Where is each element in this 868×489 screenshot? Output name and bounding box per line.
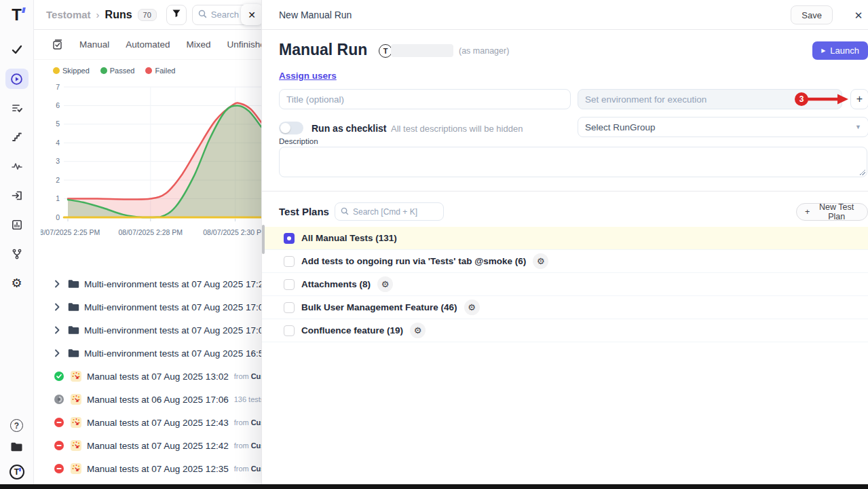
breadcrumb-separator: › xyxy=(96,9,100,20)
test-plan-row[interactable]: Add tests to ongoing run via 'Tests' tab… xyxy=(262,250,868,273)
save-button[interactable]: Save xyxy=(791,5,833,24)
panel-title: New Manual Run xyxy=(279,10,352,20)
run-list-item[interactable]: Manual tests at 06 Aug 2025 17:06 136 te… xyxy=(41,388,261,411)
run-list-item[interactable]: Multi-environment tests at 07 Aug 2025 1… xyxy=(41,295,261,319)
chevron-right-icon[interactable] xyxy=(54,349,65,357)
close-icon: ✕ xyxy=(248,10,256,20)
tab-manual[interactable]: Manual xyxy=(79,39,109,50)
sidebar-item-import[interactable] xyxy=(5,185,29,206)
chevron-right-icon[interactable] xyxy=(54,303,65,311)
run-list-item[interactable]: Multi-environment tests at 07 Aug 2025 1… xyxy=(41,342,261,365)
svg-text:3: 3 xyxy=(56,157,60,165)
launch-button[interactable]: ▶ Launch xyxy=(812,41,868,60)
sidebar-item-branches[interactable] xyxy=(5,244,29,264)
x-tick-label: 08/07/2025 2:25 PM xyxy=(41,228,109,236)
failed-status-icon[interactable] xyxy=(54,464,64,473)
tab-mixed[interactable]: Mixed xyxy=(187,39,211,50)
sidebar-item-test-plans[interactable] xyxy=(5,98,29,118)
failed-status-icon[interactable] xyxy=(54,441,64,450)
sidebar-item-analytics[interactable] xyxy=(5,215,29,235)
batch-select-icon[interactable] xyxy=(52,39,63,50)
funnel-icon xyxy=(172,9,181,20)
test-plan-row[interactable]: All Manual Tests (131) xyxy=(262,227,868,250)
run-list-item[interactable]: Manual tests at 07 Aug 2025 13:02 fromCu… xyxy=(41,365,261,388)
sidebar-item-milestones[interactable] xyxy=(5,127,29,147)
git-branch-icon xyxy=(11,248,23,260)
run-label: Multi-environment tests at 07 Aug 2025 1… xyxy=(84,279,261,289)
folder-dark-icon[interactable] xyxy=(10,441,23,455)
add-environment-button[interactable]: + xyxy=(850,89,868,109)
chevron-right-icon[interactable] xyxy=(54,280,65,288)
run-label: Manual tests at 07 Aug 2025 12:35 xyxy=(87,464,229,474)
test-plans-list: All Manual Tests (131) Add tests to ongo… xyxy=(262,227,868,342)
help-icon[interactable]: ? xyxy=(10,419,23,432)
test-plan-checkbox[interactable] xyxy=(284,233,295,244)
passed-status-icon[interactable] xyxy=(54,372,64,381)
new-test-plan-button[interactable]: + New Test Plan xyxy=(796,203,868,221)
test-plan-row[interactable]: Confluence feature (19) ⚙ xyxy=(262,319,868,342)
failed-status-icon[interactable] xyxy=(54,418,64,427)
test-plan-checkbox[interactable] xyxy=(284,279,295,290)
svg-text:0: 0 xyxy=(56,213,60,221)
run-meta: 136 tests xyxy=(234,395,261,403)
sidebar-item-settings[interactable]: ⚙ xyxy=(5,273,29,293)
runs-page: Testomat › Runs 70 ✕ Manual Automated Mi… xyxy=(34,0,261,489)
plan-settings-gear-icon[interactable]: ⚙ xyxy=(533,253,548,269)
manager-name-redacted xyxy=(391,44,453,57)
panel-close-icon[interactable]: ✕ xyxy=(852,9,865,22)
play-circle-icon xyxy=(10,73,23,86)
legend-item: Failed xyxy=(145,67,175,75)
manual-run-icon xyxy=(71,417,83,428)
sidebar-item-pulse[interactable] xyxy=(5,156,29,177)
app-logo[interactable]: T xyxy=(12,7,22,23)
test-plan-label: Bulk User Management Feature (46) xyxy=(301,302,457,312)
run-as-checklist-toggle[interactable] xyxy=(279,122,303,134)
gear-icon: ⚙ xyxy=(11,277,22,289)
account-logo-icon[interactable]: T xyxy=(10,465,24,479)
test-plans-search-input[interactable] xyxy=(353,207,434,217)
chart-x-axis-labels: 08/07/2025 2:25 PM08/07/2025 2:28 PM08/0… xyxy=(41,228,261,238)
run-list-item[interactable]: Manual tests at 07 Aug 2025 12:43 fromCu… xyxy=(41,411,261,434)
test-plan-checkbox[interactable] xyxy=(284,256,295,267)
sidebar-item-runs[interactable] xyxy=(5,69,29,89)
plan-settings-gear-icon[interactable]: ⚙ xyxy=(377,276,393,292)
folder-icon xyxy=(68,279,80,289)
rungroup-value: Select RunGroup xyxy=(585,122,656,132)
test-plan-label: Add tests to ongoing run via 'Tests' tab… xyxy=(301,256,526,266)
stairs-icon xyxy=(11,131,23,143)
assign-users-link[interactable]: Assign users xyxy=(279,71,337,81)
svg-text:4: 4 xyxy=(56,139,60,147)
run-list-item[interactable]: Manual tests at 07 Aug 2025 12:42 fromCu… xyxy=(41,434,261,457)
test-plans-title: Test Plans xyxy=(279,206,329,217)
run-label: Manual tests at 07 Aug 2025 12:43 xyxy=(87,418,229,428)
scrollbar-thumb[interactable] xyxy=(262,225,265,254)
sidebar-item-tests[interactable] xyxy=(5,39,29,60)
legend-item: Skipped xyxy=(53,67,90,75)
rungroup-select[interactable]: Select RunGroup ▼ xyxy=(578,117,868,137)
breadcrumb-project[interactable]: Testomat xyxy=(46,9,91,20)
filter-button[interactable] xyxy=(166,5,187,25)
run-list-item[interactable]: Multi-environment tests at 07 Aug 2025 1… xyxy=(41,319,261,342)
test-plan-row[interactable]: Attachments (8) ⚙ xyxy=(262,273,868,296)
test-plan-checkbox[interactable] xyxy=(284,302,295,313)
tab-automated[interactable]: Automated xyxy=(126,39,170,50)
run-label: Multi-environment tests at 07 Aug 2025 1… xyxy=(84,302,261,312)
breadcrumb: Testomat › Runs 70 ✕ xyxy=(34,0,261,30)
plan-settings-gear-icon[interactable]: ⚙ xyxy=(464,300,480,315)
test-plan-checkbox[interactable] xyxy=(284,325,295,336)
resize-handle-icon[interactable] xyxy=(859,169,865,175)
chevron-right-icon[interactable] xyxy=(54,326,65,334)
breadcrumb-current: Runs xyxy=(105,9,132,21)
partial-status-icon[interactable] xyxy=(54,395,64,404)
test-plan-row[interactable]: Bulk User Management Feature (46) ⚙ xyxy=(262,296,868,319)
run-list-item[interactable]: Multi-environment tests at 07 Aug 2025 1… xyxy=(41,272,261,295)
plan-settings-gear-icon[interactable]: ⚙ xyxy=(410,323,426,338)
manual-run-icon xyxy=(71,394,83,405)
run-title-input[interactable] xyxy=(279,89,571,109)
bottom-bar xyxy=(0,484,868,489)
run-list-item[interactable]: Manual tests at 07 Aug 2025 12:35 fromCu… xyxy=(41,457,261,480)
test-plans-search-box xyxy=(335,202,444,221)
description-textarea[interactable] xyxy=(279,147,867,177)
run-meta: fromCustom xyxy=(234,418,261,427)
search-clear-button[interactable]: ✕ xyxy=(241,4,263,25)
